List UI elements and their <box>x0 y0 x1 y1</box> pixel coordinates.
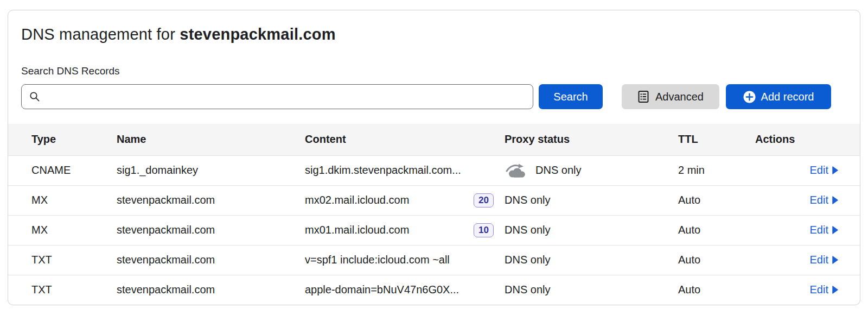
record-name-cell: stevenpackmail.com <box>116 275 304 305</box>
record-proxy-cell: DNS only <box>504 215 678 245</box>
record-content-cell: mx01.mail.icloud.com 10 <box>304 215 504 245</box>
search-button[interactable]: Search <box>539 84 603 109</box>
advanced-button[interactable]: Advanced <box>622 84 719 109</box>
edit-link-label: Edit <box>810 284 828 296</box>
chevron-right-triangle-icon <box>832 166 838 174</box>
record-type-cell: TXT <box>8 275 116 305</box>
edit-link-label: Edit <box>810 164 828 177</box>
column-header-name: Name <box>116 124 304 155</box>
record-type-cell: MX <box>8 215 116 245</box>
record-name-cell: stevenpackmail.com <box>116 215 304 245</box>
search-icon <box>29 91 41 103</box>
record-proxy-cell: DNS only <box>504 185 678 215</box>
record-content-text: sig1.dkim.stevenpackmail.com... <box>305 164 461 177</box>
edit-record-link[interactable]: Edit <box>810 284 838 296</box>
record-content-cell: sig1.dkim.stevenpackmail.com... <box>304 155 504 185</box>
dns-records-table-wrap: Type Name Content Proxy status TTL Actio… <box>8 124 860 305</box>
edit-record-link[interactable]: Edit <box>810 254 838 266</box>
record-actions-cell: Edit <box>755 275 860 305</box>
column-header-content: Content <box>304 124 504 155</box>
record-proxy-cell: DNS only <box>504 275 678 305</box>
add-record-button-label: Add record <box>761 91 814 103</box>
dns-record-row: MX stevenpackmail.com mx02.mail.icloud.c… <box>8 185 860 215</box>
record-content-cell: mx02.mail.icloud.com 20 <box>304 185 504 215</box>
edit-record-link[interactable]: Edit <box>810 194 838 206</box>
dns-only-cloud-icon <box>505 162 527 179</box>
dns-management-card: DNS management for stevenpackmail.com Se… <box>8 10 860 305</box>
dns-record-row: TXT stevenpackmail.com v=spf1 include:ic… <box>8 245 860 275</box>
chevron-right-triangle-icon <box>832 226 838 234</box>
record-proxy-status: DNS only <box>505 224 550 236</box>
record-name-cell: sig1._domainkey <box>116 155 304 185</box>
dns-record-row: CNAME sig1._domainkey sig1.dkim.stevenpa… <box>8 155 860 185</box>
search-row: Search Advanced Add record <box>21 84 847 109</box>
chevron-right-triangle-icon <box>832 196 838 204</box>
column-header-actions: Actions <box>755 124 860 155</box>
record-ttl-cell: Auto <box>678 185 755 215</box>
record-proxy-status: DNS only <box>535 164 581 177</box>
mx-priority-badge: 20 <box>474 193 494 207</box>
record-content-text: v=spf1 include:icloud.com ~all <box>305 254 450 266</box>
search-box[interactable] <box>21 84 533 109</box>
add-record-button[interactable]: Add record <box>726 84 831 109</box>
chevron-right-triangle-icon <box>832 256 838 264</box>
record-proxy-status: DNS only <box>505 254 550 266</box>
dns-record-row: MX stevenpackmail.com mx01.mail.icloud.c… <box>8 215 860 245</box>
record-proxy-status: DNS only <box>505 194 550 206</box>
record-name-cell: stevenpackmail.com <box>116 245 304 275</box>
record-content-cell: v=spf1 include:icloud.com ~all <box>304 245 504 275</box>
list-journal-icon <box>637 90 649 103</box>
record-content-text: mx02.mail.icloud.com <box>305 194 409 206</box>
record-content-text: apple-domain=bNuV47n6G0X... <box>305 284 459 296</box>
record-content-cell: apple-domain=bNuV47n6G0X... <box>304 275 504 305</box>
edit-record-link[interactable]: Edit <box>810 164 838 177</box>
search-input[interactable] <box>45 86 526 108</box>
page-title-prefix: DNS management for <box>21 26 180 43</box>
table-header-row: Type Name Content Proxy status TTL Actio… <box>8 124 860 155</box>
record-content-text: mx01.mail.icloud.com <box>305 224 409 236</box>
record-actions-cell: Edit <box>755 245 860 275</box>
edit-link-label: Edit <box>810 254 828 266</box>
dns-records-table: Type Name Content Proxy status TTL Actio… <box>8 124 860 305</box>
column-header-type: Type <box>8 124 116 155</box>
edit-link-label: Edit <box>810 194 828 206</box>
page-title: DNS management for stevenpackmail.com <box>21 26 847 43</box>
mx-priority-badge: 10 <box>474 223 494 237</box>
record-actions-cell: Edit <box>755 155 860 185</box>
record-proxy-status: DNS only <box>505 284 550 296</box>
record-actions-cell: Edit <box>755 185 860 215</box>
chevron-right-triangle-icon <box>832 286 838 294</box>
record-type-cell: TXT <box>8 245 116 275</box>
edit-record-link[interactable]: Edit <box>810 224 838 236</box>
edit-link-label: Edit <box>810 224 828 236</box>
advanced-button-label: Advanced <box>655 91 704 103</box>
column-header-ttl: TTL <box>678 124 755 155</box>
dns-record-row: TXT stevenpackmail.com apple-domain=bNuV… <box>8 275 860 305</box>
record-proxy-cell: DNS only <box>504 245 678 275</box>
record-ttl-cell: Auto <box>678 215 755 245</box>
dns-table-body: CNAME sig1._domainkey sig1.dkim.stevenpa… <box>8 155 860 305</box>
record-ttl-cell: Auto <box>678 275 755 305</box>
record-ttl-cell: 2 min <box>678 155 755 185</box>
search-label: Search DNS Records <box>21 65 847 77</box>
record-proxy-cell: DNS only <box>504 155 678 185</box>
record-actions-cell: Edit <box>755 215 860 245</box>
column-header-proxy-status: Proxy status <box>504 124 678 155</box>
record-type-cell: CNAME <box>8 155 116 185</box>
record-ttl-cell: Auto <box>678 245 755 275</box>
record-type-cell: MX <box>8 185 116 215</box>
plus-circle-icon <box>743 91 756 103</box>
page-title-domain: stevenpackmail.com <box>180 26 335 43</box>
record-name-cell: stevenpackmail.com <box>116 185 304 215</box>
